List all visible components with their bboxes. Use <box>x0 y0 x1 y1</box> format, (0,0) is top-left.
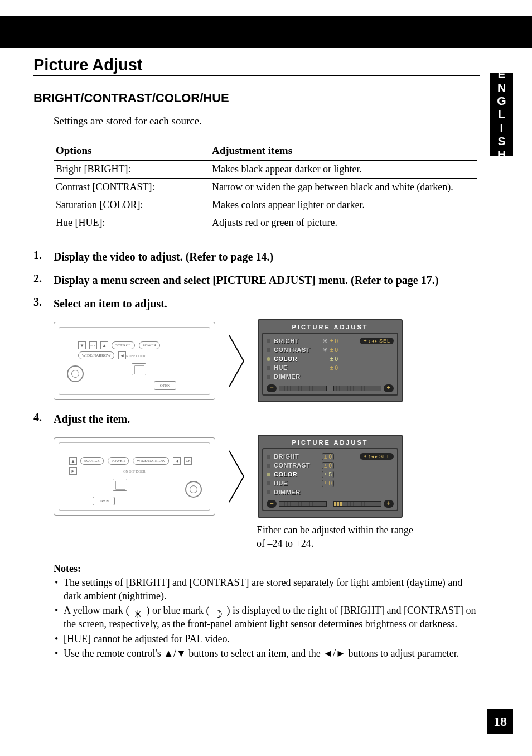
up-button-icon: ▲ <box>69 457 77 465</box>
section-title: Picture Adjust <box>33 56 480 74</box>
osd-pm: ± <box>324 471 327 478</box>
osd-screen-adjust: PICTURE ADJUST BRIGHT ±0 ✦↕◂▸SEL CONTRAS… <box>258 435 403 518</box>
sel-badge: ✦↕◂▸SEL <box>360 338 394 344</box>
step-1: 1. Display the video to adjust. (Refer t… <box>33 249 480 264</box>
osd-bar-left <box>279 386 327 391</box>
sun-mark-icon: ☀ <box>132 608 144 615</box>
note-item: [HUE] cannot be adjusted for PAL video. <box>54 632 480 646</box>
osd-row-bright: BRIGHT ±0 ✦↕◂▸SEL <box>267 452 394 461</box>
cell-option: Contrast [CONTRAST]: <box>54 179 210 196</box>
rotary-dial-icon <box>67 365 84 382</box>
language-tab: ENGLISH <box>490 73 513 156</box>
subsection-title: BRIGHT/CONTRAST/COLOR/HUE <box>33 91 480 105</box>
osd-label: DIMMER <box>274 373 320 380</box>
left-button-icon: ◄ <box>173 457 181 465</box>
page-number: 18 <box>487 709 513 734</box>
selected-dot-icon <box>267 357 270 361</box>
moon-mark-icon: ☽ <box>212 608 224 615</box>
osd-value: 0 <box>329 454 332 460</box>
osd-value: 0 <box>335 347 338 353</box>
osd-bar-right <box>333 386 381 391</box>
osd-label: CONTRAST <box>274 462 320 469</box>
step-number: 4. <box>33 411 54 424</box>
power-button: POWER <box>108 457 129 465</box>
options-table: Options Adjustment items Bright [BRIGHT]… <box>54 141 477 232</box>
osd-row-hue: HUE ±0 <box>267 479 394 488</box>
plus-icon: + <box>384 500 394 508</box>
osd-row-color: COLOR ±5 <box>267 470 394 479</box>
osd-label: HUE <box>274 364 320 371</box>
osd-pm: ± <box>330 356 333 362</box>
figure-row-select: ▼ VOL ▲ SOURCE POWER WIDE/NARROW ◄ ON OF… <box>54 319 480 402</box>
table-row: Hue [HUE]: Adjusts red or green of pictu… <box>54 214 477 232</box>
down-button-icon: ▼ <box>78 341 86 349</box>
open-button: OPEN <box>154 381 176 390</box>
note-item: Use the remote control's ▲/▼ buttons to … <box>54 647 480 660</box>
osd-label: DIMMER <box>274 489 320 495</box>
source-button: SOURCE <box>80 457 104 465</box>
table-row: Contrast [CONTRAST]: Narrow or widen the… <box>54 179 477 196</box>
card-slot-icon <box>132 363 146 375</box>
cell-desc: Makes colors appear lighter or darker. <box>210 196 477 214</box>
range-note: Either can be adjusted within the range … <box>257 523 480 551</box>
osd-pm: ± <box>324 454 327 460</box>
cell-option: Hue [HUE]: <box>54 214 210 232</box>
table-row: Bright [BRIGHT]: Makes black appear dark… <box>54 161 477 179</box>
step-3: 3. Select an item to adjust. <box>33 296 480 311</box>
step-text: Adjust the item. <box>54 411 130 427</box>
step-4: 4. Adjust the item. <box>33 411 480 427</box>
step-text: Select an item to adjust. <box>54 296 167 311</box>
top-black-band <box>0 16 532 48</box>
step-text: Display the video to adjust. (Refer to p… <box>54 249 273 264</box>
open-button: OPEN <box>93 497 115 505</box>
power-button: POWER <box>139 341 161 349</box>
plus-icon: + <box>384 384 394 392</box>
osd-row-dimmer: DIMMER <box>267 372 394 381</box>
osd-value: 0 <box>335 365 338 371</box>
source-button: SOURCE <box>112 341 135 349</box>
note-item: The settings of [BRIGHT] and [CONTRAST] … <box>54 576 480 603</box>
table-row: Saturation [COLOR]: Makes colors appear … <box>54 196 477 214</box>
osd-row-color: COLOR ±0 <box>267 354 394 363</box>
osd-bar-left <box>279 501 327 507</box>
osd-row-hue: HUE ±0 <box>267 363 394 372</box>
step-number: 2. <box>33 272 54 285</box>
osd-screen-select: PICTURE ADJUST BRIGHT ☀ ±0 ✦↕◂▸SEL CONTR… <box>258 319 403 402</box>
vol-label-icon: VOL <box>89 341 97 349</box>
sun-icon: ☀ <box>322 338 328 345</box>
figure-row-adjust: ▲ SOURCE POWER WIDE/NARROW ◄ CH ► ON OFF… <box>54 435 480 518</box>
wide-narrow-button: WIDE/NARROW <box>133 457 169 465</box>
osd-pm: ± <box>324 463 327 469</box>
osd-title: PICTURE ADJUST <box>262 324 398 330</box>
minus-icon: − <box>267 500 277 508</box>
sun-icon: ☀ <box>322 346 328 354</box>
osd-slider: − + <box>267 500 394 508</box>
rotary-dial-icon <box>185 481 202 498</box>
card-slot-icon <box>113 479 127 491</box>
osd-label: COLOR <box>274 471 320 478</box>
osd-value: 0 <box>329 480 332 487</box>
th-items: Adjustment items <box>210 141 477 161</box>
osd-label: CONTRAST <box>274 346 320 353</box>
minus-icon: − <box>267 384 277 392</box>
steps-list: 1. Display the video to adjust. (Refer t… <box>33 249 480 311</box>
cell-desc: Adjusts red or green of picture. <box>210 214 477 232</box>
section-rule <box>33 75 480 76</box>
osd-pm: ± <box>330 338 333 344</box>
ch-label-icon: CH <box>184 457 192 465</box>
osd-value: 0 <box>335 356 338 362</box>
osd-value: 0 <box>335 338 338 344</box>
subsection-rule <box>33 108 480 108</box>
cell-desc: Narrow or widen the gap between black an… <box>210 179 477 196</box>
cell-option: Saturation [COLOR]: <box>54 196 210 214</box>
osd-slider: − + <box>267 384 394 392</box>
switch-label: ON OFF DOOR <box>59 470 210 473</box>
osd-pm: ± <box>330 365 333 371</box>
cell-desc: Makes black appear darker or lighter. <box>210 161 477 179</box>
osd-title: PICTURE ADJUST <box>262 439 398 446</box>
osd-row-bright: BRIGHT ☀ ±0 ✦↕◂▸SEL <box>267 336 394 345</box>
osd-label: BRIGHT <box>274 453 320 460</box>
osd-pm: ± <box>330 347 333 353</box>
cell-option: Bright [BRIGHT]: <box>54 161 210 179</box>
up-button-icon: ▲ <box>100 341 108 349</box>
